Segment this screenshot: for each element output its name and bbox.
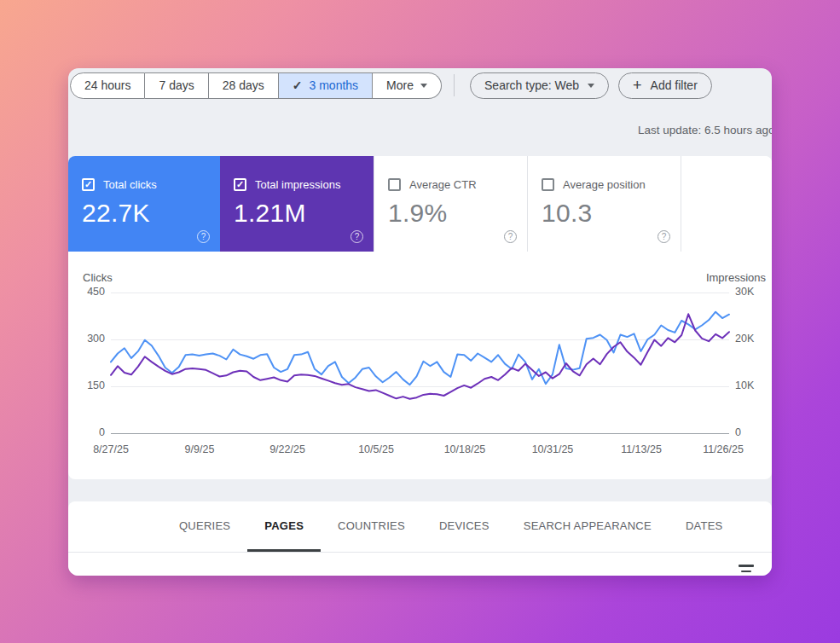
- right-axis-tick: 30K: [735, 286, 754, 298]
- metric-card-average-position[interactable]: Average position 10.3 ?: [527, 156, 681, 252]
- add-filter-label: Add filter: [651, 78, 698, 92]
- last-update-text: Last update: 6.5 hours ago: [638, 124, 772, 136]
- plus-icon: +: [633, 78, 642, 93]
- right-axis-tick: 20K: [735, 333, 754, 345]
- left-axis-tick: 300: [68, 333, 105, 345]
- date-range-3-months[interactable]: ✓ 3 months: [279, 72, 373, 99]
- x-axis-tick: 11/26/25: [703, 443, 744, 455]
- toolbar: 24 hours 7 days 28 days ✓ 3 months More …: [70, 71, 712, 100]
- toolbar-divider: [454, 74, 455, 96]
- metric-card-average-ctr[interactable]: Average CTR 1.9% ?: [374, 156, 527, 252]
- x-axis-tick: 8/27/25: [93, 443, 129, 455]
- metrics-row: ✓ Total clicks 22.7K ? ✓ Total impressio…: [68, 156, 772, 252]
- checkbox-checked-icon[interactable]: ✓: [234, 178, 246, 191]
- date-range-28-days[interactable]: 28 days: [209, 72, 279, 99]
- right-axis-title: Impressions: [706, 271, 766, 284]
- checkbox-unchecked-icon[interactable]: [542, 178, 554, 191]
- metric-label: Total impressions: [255, 178, 340, 191]
- add-filter-button[interactable]: + Add filter: [618, 72, 712, 99]
- chevron-down-icon: [588, 84, 594, 88]
- x-axis-tick: 11/13/25: [621, 443, 662, 455]
- date-range-label: 3 months: [310, 78, 359, 92]
- x-axis-tick: 9/22/25: [269, 443, 305, 455]
- date-range-7-days[interactable]: 7 days: [145, 72, 208, 99]
- date-range-label: 28 days: [223, 78, 264, 92]
- series-line-clicks: [111, 312, 729, 385]
- right-axis-tick: 0: [735, 426, 741, 438]
- metric-label: Average CTR: [409, 178, 477, 191]
- left-axis-title: Clicks: [83, 271, 113, 284]
- search-type-dropdown[interactable]: Search type: Web: [470, 72, 609, 99]
- help-icon[interactable]: ?: [350, 230, 363, 243]
- date-range-label: 7 days: [159, 78, 194, 92]
- search-type-label: Search type: Web: [484, 78, 579, 92]
- x-axis-tick: 10/5/25: [358, 443, 394, 455]
- metric-value: 1.21M: [234, 199, 374, 228]
- help-icon[interactable]: ?: [658, 230, 670, 243]
- x-axis-baseline: [111, 433, 729, 434]
- tab-queries[interactable]: QUERIES: [162, 501, 247, 552]
- metric-label: Average position: [563, 178, 646, 191]
- metric-value: 1.9%: [388, 199, 527, 228]
- left-axis-tick: 150: [68, 379, 105, 391]
- x-axis-tick: 10/31/25: [532, 443, 574, 455]
- checkbox-checked-icon[interactable]: ✓: [82, 178, 95, 191]
- metric-card-total-impressions[interactable]: ✓ Total impressions 1.21M ?: [220, 156, 374, 252]
- more-label: More: [386, 78, 414, 92]
- date-range-group: 24 hours 7 days 28 days ✓ 3 months More: [70, 72, 442, 99]
- right-axis-tick: 10K: [735, 379, 754, 391]
- metric-label: Total clicks: [103, 178, 157, 191]
- date-range-24-hours[interactable]: 24 hours: [70, 72, 145, 99]
- left-axis-tick: 0: [68, 426, 105, 438]
- checkbox-unchecked-icon[interactable]: [388, 178, 401, 191]
- help-icon[interactable]: ?: [504, 230, 517, 243]
- tab-countries[interactable]: COUNTRIES: [321, 501, 422, 552]
- dimensions-panel: QUERIES PAGES COUNTRIES DEVICES SEARCH A…: [68, 501, 772, 576]
- metric-value: 22.7K: [82, 199, 220, 228]
- chevron-down-icon: [420, 84, 427, 88]
- left-axis-tick: 450: [68, 286, 105, 298]
- series-line-impressions: [111, 314, 729, 399]
- dimension-tabs: QUERIES PAGES COUNTRIES DEVICES SEARCH A…: [68, 501, 772, 553]
- date-range-label: 24 hours: [84, 78, 130, 92]
- filter-list-icon[interactable]: [739, 565, 754, 576]
- search-console-performance-card: 24 hours 7 days 28 days ✓ 3 months More …: [68, 68, 772, 576]
- tab-dates[interactable]: DATES: [669, 501, 740, 552]
- check-icon: ✓: [293, 78, 303, 92]
- x-axis-tick: 10/18/25: [444, 443, 486, 455]
- tab-devices[interactable]: DEVICES: [422, 501, 507, 552]
- metric-card-total-clicks[interactable]: ✓ Total clicks 22.7K ?: [68, 156, 220, 252]
- help-icon[interactable]: ?: [197, 230, 210, 243]
- performance-line-chart[interactable]: [111, 293, 729, 433]
- tab-search-appearance[interactable]: SEARCH APPEARANCE: [507, 501, 669, 552]
- x-axis-tick: 9/9/25: [185, 443, 215, 455]
- metric-card-empty: [681, 156, 772, 252]
- date-range-more-dropdown[interactable]: More: [373, 72, 442, 99]
- tab-pages[interactable]: PAGES: [247, 501, 321, 552]
- metric-value: 10.3: [542, 199, 681, 228]
